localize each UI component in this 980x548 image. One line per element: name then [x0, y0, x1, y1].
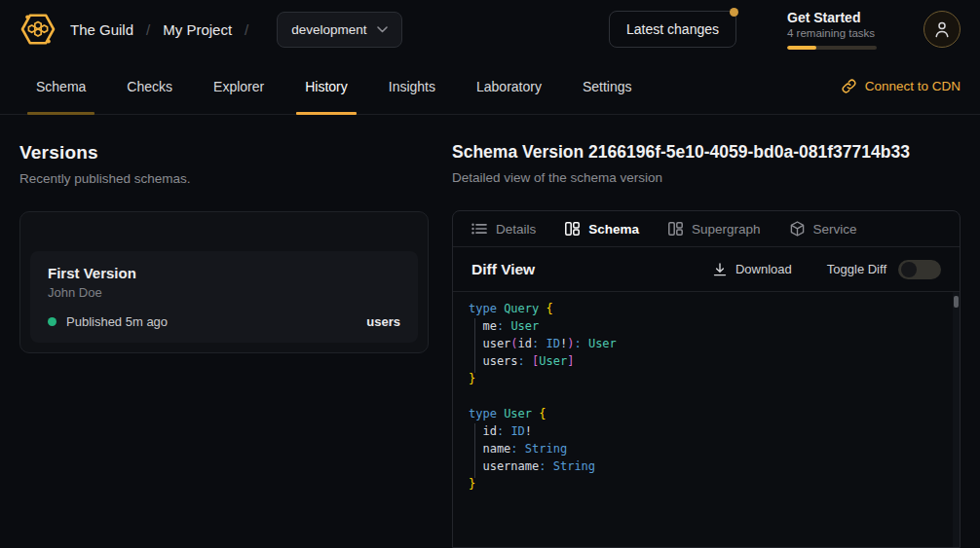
schema-detail-panel: Details Schema Supergr	[452, 210, 961, 548]
tab-underline	[27, 112, 94, 115]
nav-tab-schema[interactable]: Schema	[19, 58, 102, 114]
diff-actions: Download Toggle Diff	[713, 260, 941, 279]
latest-changes-button[interactable]: Latest changes	[609, 11, 736, 48]
schema-code-viewer[interactable]: type Query { me: User user(id: ID!): Use…	[453, 292, 960, 547]
version-name: First Version	[48, 265, 400, 281]
tab-schema[interactable]: Schema	[565, 222, 639, 237]
target-selector-dropdown[interactable]: development	[277, 12, 401, 48]
indent-guide	[474, 423, 475, 478]
list-icon	[471, 223, 487, 235]
notification-dot	[730, 8, 738, 17]
breadcrumb-separator: /	[245, 21, 248, 38]
diff-view-header: Diff View Download Toggle Diff	[453, 247, 960, 292]
nav-tab-laboratory[interactable]: Laboratory	[460, 58, 558, 114]
schema-version-subtitle: Detailed view of the schema version	[452, 170, 961, 185]
version-meta-row: Published 5m ago users	[48, 314, 400, 329]
link-icon	[842, 79, 856, 93]
get-started-progress-bar	[787, 46, 877, 50]
main-content: Versions Recently published schemas. Fir…	[0, 115, 980, 548]
nav-tab-explorer[interactable]: Explorer	[197, 58, 281, 114]
user-avatar[interactable]	[923, 11, 961, 48]
cube-icon	[790, 221, 805, 237]
target-selector-value: development	[291, 22, 366, 37]
columns-icon	[668, 222, 683, 236]
get-started-subtitle: 4 remaining tasks	[787, 27, 877, 39]
toggle-knob	[901, 262, 917, 277]
version-author: John Doe	[48, 285, 400, 300]
breadcrumb-project[interactable]: My Project	[163, 21, 232, 38]
chevron-down-icon	[377, 26, 388, 33]
versions-section: Versions Recently published schemas. Fir…	[19, 142, 429, 548]
hive-logo-icon[interactable]	[19, 11, 57, 48]
download-label: Download	[735, 262, 792, 276]
code-scrollbar-track	[953, 292, 960, 547]
nav-tab-checks[interactable]: Checks	[110, 58, 189, 114]
published-status-dot	[48, 317, 57, 326]
main-nav: Schema Checks Explorer History Insights …	[0, 58, 980, 115]
download-button[interactable]: Download	[713, 262, 792, 276]
breadcrumb-org[interactable]: The Guild	[70, 21, 133, 38]
versions-subtitle: Recently published schemas.	[19, 171, 429, 186]
tab-underline	[296, 112, 357, 115]
tab-supergraph[interactable]: Supergraph	[668, 222, 761, 237]
nav-tab-insights[interactable]: Insights	[372, 58, 452, 114]
code-scrollbar-thumb[interactable]	[954, 296, 959, 308]
version-list-item[interactable]: First Version John Doe Published 5m ago …	[30, 251, 418, 343]
connect-to-cdn-link[interactable]: Connect to CDN	[842, 58, 961, 114]
get-started-title: Get Started	[787, 10, 877, 25]
tab-underline	[118, 112, 181, 115]
versions-card: First Version John Doe Published 5m ago …	[19, 211, 429, 353]
tab-underline	[468, 112, 550, 115]
columns-icon	[565, 222, 580, 236]
nav-tab-settings[interactable]: Settings	[566, 58, 649, 114]
detail-tabs: Details Schema Supergr	[453, 211, 960, 247]
tab-underline	[380, 112, 444, 115]
toggle-diff-switch[interactable]	[898, 260, 941, 279]
nav-tab-history[interactable]: History	[288, 58, 364, 114]
tab-underline	[574, 112, 641, 115]
schema-version-section: Schema Version 2166196f-5e10-4059-bd0a-0…	[452, 142, 961, 548]
schema-version-title: Schema Version 2166196f-5e10-4059-bd0a-0…	[452, 142, 961, 163]
get-started-widget[interactable]: Get Started 4 remaining tasks	[787, 10, 877, 50]
tab-service[interactable]: Service	[790, 221, 857, 237]
indent-guide	[474, 318, 475, 373]
toggle-diff-label: Toggle Diff	[827, 262, 886, 276]
latest-changes-label: Latest changes	[626, 21, 719, 37]
tab-details[interactable]: Details	[471, 222, 536, 237]
get-started-progress-fill	[787, 46, 816, 50]
tab-underline	[205, 112, 273, 115]
connect-to-cdn-label: Connect to CDN	[865, 79, 961, 93]
version-service-badge: users	[366, 314, 400, 329]
version-status: Published 5m ago	[66, 314, 168, 329]
versions-title: Versions	[19, 142, 429, 164]
download-icon	[713, 263, 727, 276]
person-icon	[934, 21, 950, 38]
schema-code: type Query { me: User user(id: ID!): Use…	[469, 300, 944, 493]
top-bar: The Guild / My Project / development Lat…	[0, 0, 980, 58]
nav-tabs: Schema Checks Explorer History Insights …	[19, 58, 649, 114]
breadcrumb-separator: /	[146, 21, 150, 38]
diff-view-title: Diff View	[471, 261, 535, 278]
